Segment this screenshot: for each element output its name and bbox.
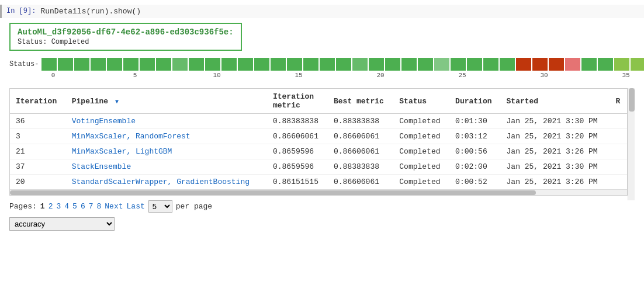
chart-bar-3	[91, 58, 106, 71]
chart-bar-25	[451, 58, 466, 71]
vertical-scrollbar[interactable]	[628, 88, 635, 200]
horizontal-scrollbar[interactable]	[10, 189, 627, 195]
chart-bar-36	[631, 58, 644, 71]
table-cell: Completed	[393, 175, 449, 190]
last-button[interactable]: Last	[127, 202, 145, 211]
chart-bar-1	[58, 58, 73, 71]
page-5[interactable]: 5	[72, 202, 77, 211]
page-8[interactable]: 8	[97, 202, 102, 211]
table-cell: Completed	[393, 159, 449, 175]
table-cell: 0.8659596	[267, 159, 328, 175]
axis-tick-23	[421, 72, 438, 79]
metric-select[interactable]: accuracyAUCprecisionrecallf1_score	[9, 217, 115, 231]
axis-tick-6	[143, 72, 160, 79]
axis-tick-13	[258, 72, 274, 79]
next-button[interactable]: Next	[105, 202, 123, 211]
axis-tick-20: 20	[372, 72, 389, 79]
chart-area: Status- 05101520253035	[9, 58, 635, 79]
cell-code: RunDetails(run).show()	[40, 7, 141, 16]
chart-bar-9	[189, 58, 204, 71]
table-row: 36VotingEnsemble0.883838380.88383838Comp…	[10, 114, 627, 129]
chart-bar-16	[303, 58, 318, 71]
chart-bar-20	[369, 58, 384, 71]
axis-tick-12	[241, 72, 258, 79]
table-cell: Jan 25, 2021 3:20 PM	[501, 129, 610, 144]
data-table: Iteration Pipeline ▼ Iterationmetric Bes…	[10, 89, 627, 189]
header-row: Iteration Pipeline ▼ Iterationmetric Bes…	[10, 89, 627, 114]
col-started: Started	[501, 89, 610, 114]
table-cell	[610, 159, 627, 175]
axis-tick-28	[503, 72, 520, 79]
table-container: Iteration Pipeline ▼ Iterationmetric Bes…	[9, 88, 628, 196]
table-cell	[610, 175, 627, 190]
table-row: 21MinMaxScaler, LightGBM0.86595960.86606…	[10, 144, 627, 159]
table-cell: 0:02:00	[449, 159, 500, 175]
page-7[interactable]: 7	[89, 202, 94, 211]
table-cell[interactable]: MinMaxScaler, RandomForest	[66, 129, 267, 144]
page-3[interactable]: 3	[56, 202, 61, 211]
axis-tick-5: 5	[127, 72, 143, 79]
metric-dropdown-container: accuracyAUCprecisionrecallf1_score	[9, 217, 635, 231]
run-title: AutoML_d3f92056-df67-4e62-a896-ed303c936…	[18, 27, 234, 37]
table-scroll: Iteration Pipeline ▼ Iterationmetric Bes…	[9, 88, 628, 200]
axis-tick-7	[160, 72, 176, 79]
chart-bar-30	[532, 58, 548, 71]
chart-bar-31	[549, 58, 564, 71]
col-best-metric: Best metric	[328, 89, 393, 114]
chart-bar-5	[123, 58, 139, 71]
chart-bar-17	[320, 58, 335, 71]
page-4[interactable]: 4	[64, 202, 69, 211]
run-header: AutoML_d3f92056-df67-4e62-a896-ed303c936…	[9, 23, 242, 51]
table-cell[interactable]: MinMaxScaler, LightGBM	[66, 144, 267, 159]
chart-bar-8	[172, 58, 188, 71]
notebook-cell: In [9]: RunDetails(run).show() AutoML_d3…	[0, 0, 644, 240]
pages-label: Pages:	[9, 202, 37, 211]
axis-tick-27	[487, 72, 503, 79]
chart-row: Status-	[9, 58, 635, 71]
table-cell: 0.88383838	[328, 159, 393, 175]
axis-tick-24	[438, 72, 454, 79]
table-cell: 0.86606061	[328, 144, 393, 159]
filter-icon[interactable]: ▼	[115, 99, 119, 105]
axis-tick-11	[225, 72, 241, 79]
col-iteration: Iteration	[10, 89, 66, 114]
table-cell: 0.86606061	[267, 129, 328, 144]
chart-bar-12	[238, 58, 253, 71]
axis-tick-17	[323, 72, 340, 79]
status-value: Completed	[51, 38, 89, 46]
table-cell: 21	[10, 144, 66, 159]
table-cell: 0:03:12	[449, 129, 500, 144]
table-cell: Jan 25, 2021 3:26 PM	[501, 144, 610, 159]
chart-bar-28	[500, 58, 515, 71]
table-cell[interactable]: StandardScalerWrapper, GradientBoosting	[66, 175, 267, 190]
axis-tick-33	[585, 72, 601, 79]
table-cell[interactable]: StackEnsemble	[66, 159, 267, 175]
chart-bar-35	[614, 58, 629, 71]
output-area: AutoML_d3f92056-df67-4e62-a896-ed303c936…	[0, 18, 644, 235]
table-row: 20StandardScalerWrapper, GradientBoostin…	[10, 175, 627, 190]
axis-tick-25: 25	[454, 72, 470, 79]
chart-bar-6	[140, 58, 155, 71]
chart-bar-2	[74, 58, 89, 71]
chart-bar-11	[221, 58, 237, 71]
axis-tick-2	[78, 72, 94, 79]
page-2[interactable]: 2	[49, 202, 53, 211]
cell-label: In [9]:	[6, 7, 36, 15]
table-cell: Jan 25, 2021 3:30 PM	[501, 114, 610, 129]
chart-bar-22	[401, 58, 417, 71]
table-wrapper: Iteration Pipeline ▼ Iterationmetric Bes…	[9, 88, 635, 200]
table-cell[interactable]: VotingEnsemble	[66, 114, 267, 129]
axis-tick-0: 0	[45, 72, 61, 79]
per-page-select[interactable]: 5102050	[148, 200, 172, 213]
chart-bar-33	[581, 58, 597, 71]
chart-bar-13	[254, 58, 269, 71]
axis-tick-3	[94, 72, 110, 79]
chart-bar-19	[352, 58, 368, 71]
page-1: 1	[40, 202, 45, 211]
status-label: Status:	[18, 38, 47, 46]
page-6[interactable]: 6	[81, 202, 85, 211]
chart-bar-0	[41, 58, 57, 71]
axis-tick-22	[405, 72, 421, 79]
run-status: Status: Completed	[18, 38, 234, 46]
col-r: R	[610, 89, 627, 114]
